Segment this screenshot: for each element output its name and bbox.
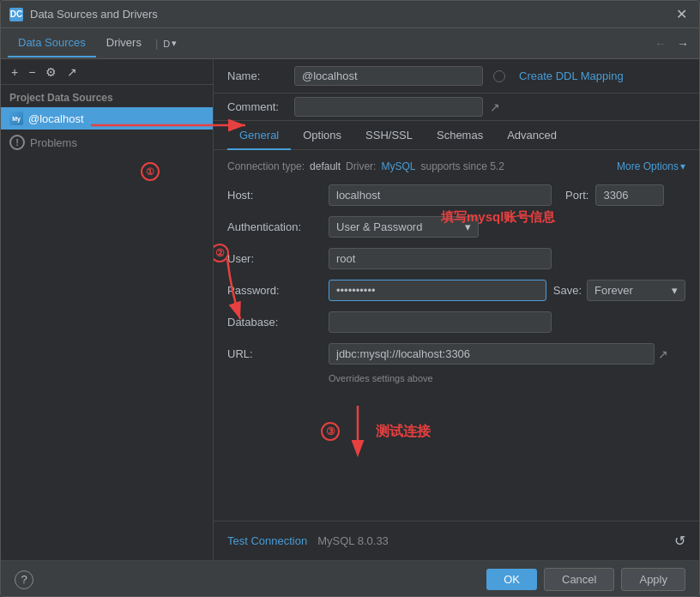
tab-ssh-ssl[interactable]: SSH/SSL [353,122,425,150]
radio-circle [493,70,505,82]
ok-button[interactable]: OK [486,569,537,590]
main-container: Data Sources Drivers | D ▾ ← → + − ⚙ ↗ P… [1,28,699,597]
tab-drivers[interactable]: Drivers [96,29,152,57]
cancel-button[interactable]: Cancel [544,568,614,591]
form-area: Connection type: default Driver: MySQL s… [214,150,699,521]
host-label: Host: [227,189,322,202]
driver-name[interactable]: MySQL [381,160,415,172]
mysql-version: MySQL 8.0.33 [317,534,389,547]
database-input[interactable] [329,311,552,333]
password-row: Password: Save: Forever ▾ [227,280,685,301]
save-label: Save: [553,284,582,297]
password-label: Password: [227,284,322,297]
titlebar: DC Data Sources and Drivers ✕ [1,1,699,28]
content-area: + − ⚙ ↗ Project Data Sources My @localho… [1,59,699,560]
url-expand-button[interactable]: ↗ [658,347,668,361]
driver-since: supports since 5.2 [420,160,504,172]
help-button[interactable]: ? [15,570,33,589]
save-select[interactable]: Forever ▾ [587,280,685,301]
save-wrap: Save: Forever ▾ [553,280,685,301]
url-section: URL: ↗ Overrides settings above [227,343,685,383]
host-input[interactable] [329,184,552,206]
database-label: Database: [227,316,322,329]
comment-expand-button[interactable]: ↗ [490,100,500,114]
tab-arrow-down[interactable]: ▾ [172,38,177,49]
create-ddl-link[interactable]: Create DDL Mapping [519,69,624,82]
nav-forward-button[interactable]: → [673,35,692,52]
app-icon: DC [9,8,23,21]
settings-button[interactable]: ⚙ [42,63,60,81]
user-label: User: [227,252,322,265]
mysql-icon: My [9,112,23,125]
user-input[interactable] [329,248,552,269]
window-title: Data Sources and Drivers [30,8,673,21]
name-input[interactable] [294,66,483,86]
url-note: Overrides settings above [329,373,433,383]
name-label: Name: [227,69,287,82]
ct-type: default [310,160,341,172]
database-row: Database: [227,311,685,333]
authentication-row: Authentication: User & Password ▾ [227,216,685,238]
right-panel: Name: Create DDL Mapping Comment: ↗ Gene… [214,59,699,560]
tab-data-sources[interactable]: Data Sources [8,29,96,57]
left-toolbar: + − ⚙ ↗ [1,59,213,85]
port-label: Port: [565,189,588,202]
auth-label: Authentication: [227,220,322,233]
left-panel: + − ⚙ ↗ Project Data Sources My @localho… [1,59,214,560]
tab-divider: | [155,37,158,50]
host-row: Host: Port: [227,184,685,206]
test-connection-button[interactable]: Test Connection [227,534,307,547]
nav-back-button[interactable]: ← [651,35,670,52]
tab-dropdown-arrow[interactable]: D [163,39,170,49]
tab-nav: ← → [651,35,692,52]
problems-badge: ! [9,135,25,150]
add-datasource-button[interactable]: + [8,63,21,81]
url-input[interactable] [329,343,655,365]
tab-options[interactable]: Options [291,122,353,150]
url-label: URL: [227,347,322,360]
tab-advanced[interactable]: Advanced [495,122,569,150]
auth-select[interactable]: User & Password ▾ [329,216,479,238]
dialog-footer: ? OK Cancel Apply [1,560,699,597]
tab-schemas[interactable]: Schemas [425,122,495,150]
password-input[interactable] [329,280,546,301]
datasource-name: @localhost [28,112,84,125]
remove-datasource-button[interactable]: − [25,63,39,81]
problems-section: ! Problems [1,130,213,155]
name-row: Name: Create DDL Mapping [214,59,699,93]
apply-button[interactable]: Apply [621,568,685,591]
port-input[interactable] [595,184,664,206]
comment-input[interactable] [294,97,483,117]
ct-label: Connection type: [227,160,305,172]
problems-label: Problems [30,136,77,149]
panel-tabs: General Options SSH/SSL Schemas Advanced [214,121,699,150]
datasource-item-localhost[interactable]: My @localhost [1,107,213,130]
user-row: User: [227,248,685,269]
connection-type-row: Connection type: default Driver: MySQL s… [227,160,685,172]
refresh-button[interactable]: ↺ [674,533,685,549]
top-tabs-bar: Data Sources Drivers | D ▾ ← → [1,28,699,59]
driver-label: Driver: [346,160,376,172]
export-button[interactable]: ↗ [63,63,81,81]
more-options-button[interactable]: More Options ▾ [617,160,685,172]
project-data-sources-header: Project Data Sources [1,85,213,107]
bottom-bar: Test Connection MySQL 8.0.33 ↺ [214,521,699,560]
comment-label: Comment: [227,100,287,113]
close-button[interactable]: ✕ [673,6,691,22]
comment-row: Comment: ↗ [214,93,699,121]
tab-general[interactable]: General [227,122,291,150]
